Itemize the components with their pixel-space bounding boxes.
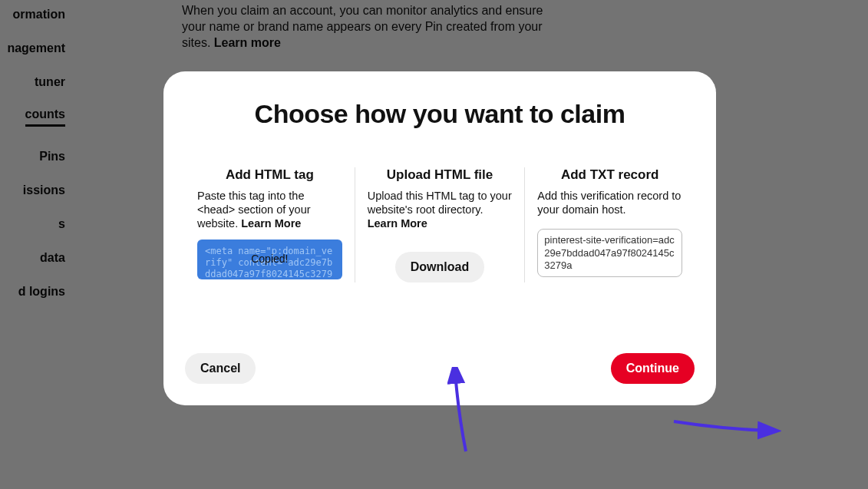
cancel-button[interactable]: Cancel [185, 353, 256, 384]
option-txt-record-desc: Add this verification record to your dom… [537, 189, 682, 216]
option-html-tag: Add HTML tag Paste this tag into the <he… [185, 167, 355, 282]
option-html-tag-learn-more[interactable]: Learn More [241, 216, 301, 230]
option-upload-file-desc: Upload this HTML tag to your website's r… [368, 189, 513, 240]
modal-title: Choose how you want to claim [185, 99, 695, 129]
option-html-tag-desc: Paste this tag into the <head> section o… [197, 189, 342, 240]
options-row: Add HTML tag Paste this tag into the <he… [185, 167, 695, 282]
continue-button[interactable]: Continue [611, 353, 695, 384]
option-txt-record-title: Add TXT record [537, 167, 682, 183]
claim-modal: Choose how you want to claim Add HTML ta… [163, 71, 716, 405]
html-tag-code-box[interactable]: <meta name="p:domain_verify" content="ad… [197, 240, 342, 279]
option-upload-file-title: Upload HTML file [368, 167, 513, 183]
option-html-tag-title: Add HTML tag [197, 167, 342, 183]
option-upload-file: Upload HTML file Upload this HTML tag to… [355, 167, 526, 282]
option-upload-file-learn-more[interactable]: Learn More [368, 216, 427, 230]
copied-label: Copied! [251, 253, 288, 267]
download-button[interactable]: Download [395, 252, 484, 282]
modal-footer: Cancel Continue [185, 353, 695, 384]
txt-record-box[interactable]: pinterest-site-verification=adc29e7bddad… [537, 229, 682, 277]
option-txt-record: Add TXT record Add this verification rec… [525, 167, 695, 282]
